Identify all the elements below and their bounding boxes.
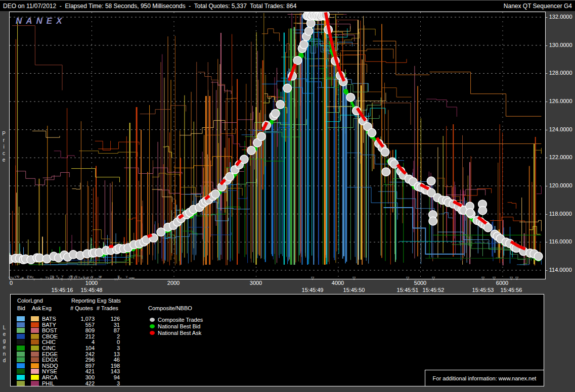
- axis-trade-scribble-icon: ∨: [31, 275, 34, 279]
- exchange-code: CHIC: [42, 339, 56, 345]
- exchange-quotes: 421: [70, 368, 95, 374]
- axis-trade-scribble-icon: ∨: [86, 276, 89, 280]
- bid-color-swatch: [17, 322, 25, 327]
- exchange-quotes: 809: [70, 327, 95, 333]
- time-label: 15:45:50: [343, 287, 365, 293]
- axis-trade-scribble-icon: ∨: [14, 275, 17, 279]
- exchange-trades: 198: [97, 363, 120, 369]
- exg-column-header: Exg: [42, 305, 52, 311]
- axis-trade-marker-icon: ▽: [493, 276, 496, 280]
- exchange-code: ARCA: [42, 374, 58, 380]
- bid-color-swatch: [17, 339, 25, 345]
- ask-color-swatch: [31, 357, 39, 362]
- nbbo-item-label: National Best Bid: [158, 323, 200, 329]
- x-tick-label: 0: [10, 280, 13, 286]
- axis-trade-scribble-icon: ∨: [60, 277, 63, 281]
- axis-trade-scribble-icon: ∨: [22, 276, 24, 280]
- axis-trade-scribble-icon: ∨: [99, 275, 102, 279]
- exchange-trades: 2: [97, 333, 120, 339]
- axis-trade-marker-icon: ▽: [311, 276, 314, 280]
- exchange-code: CINC: [42, 345, 56, 351]
- axis-trade-marker-icon: ▽: [432, 276, 435, 280]
- axis-trade-marker-icon: ▽: [515, 276, 518, 280]
- exchange-quotes: 422: [70, 380, 95, 386]
- axis-trade-marker-icon: ▽: [352, 276, 356, 280]
- exchange-trades: 87: [97, 327, 120, 333]
- ask-color-swatch: [31, 334, 39, 339]
- ask-color-swatch: [31, 328, 39, 333]
- ask-color-swatch: [31, 375, 39, 380]
- y-tick-label: - 124.0000: [546, 126, 572, 132]
- axis-trade-scribble-icon: ∨: [83, 276, 85, 280]
- axis-trade-scribble-icon: ∨: [70, 274, 73, 278]
- axis-trade-scribble-icon: ∨: [131, 276, 134, 280]
- axis-trade-scribble-icon: ∨: [50, 277, 52, 281]
- app-window: DEO on 11/07/2012 - Elapsed Time: 58 Sec…: [0, 0, 575, 392]
- exchange-quotes: 897: [70, 363, 95, 369]
- exchange-trades: 13: [97, 351, 120, 357]
- exchange-code: BOST: [42, 327, 57, 333]
- exchange-code: CBOE: [42, 333, 58, 339]
- exchange-quotes: 212: [70, 333, 95, 339]
- ask-color-swatch: [31, 369, 39, 374]
- reporting-stats-header: Reporting Exg Stats: [71, 298, 121, 304]
- bid-color-swatch: [17, 381, 25, 386]
- y-tick-label: - 118.0000: [546, 211, 572, 217]
- legend-panel: ColorLgnd Bid Ask Exg Reporting Exg Stat…: [10, 294, 544, 386]
- title-text: DEO on 11/07/2012 - Elapsed Time: 58 Sec…: [0, 3, 299, 10]
- bid-color-swatch: [17, 328, 25, 333]
- axis-trade-scribble-icon: ∨: [91, 275, 94, 279]
- plot-area[interactable]: NANEX: [9, 12, 546, 279]
- x-tick-label: 2000: [167, 280, 180, 286]
- exchange-trades: 3: [97, 345, 120, 351]
- exchange-quotes: 104: [70, 345, 95, 351]
- exchange-trades: 143: [97, 368, 120, 374]
- bid-color-swatch: [17, 363, 25, 368]
- x-tick-label: 3000: [250, 280, 262, 286]
- exchange-trades: 94: [97, 374, 120, 380]
- bid-color-swatch: [17, 334, 25, 339]
- time-label: 15:45:52: [423, 287, 445, 293]
- y-tick-label: - 116.0000: [546, 238, 572, 244]
- ask-color-swatch: [31, 339, 39, 345]
- bid-column-header: Bid: [17, 305, 25, 311]
- bid-color-swatch: [17, 352, 25, 357]
- ask-color-swatch: [31, 363, 39, 368]
- axis-trade-scribble-icon: ∨: [45, 275, 48, 279]
- x-tick-label: 6000: [496, 280, 508, 286]
- axis-trade-scribble-icon: ∨: [125, 275, 128, 279]
- axis-trade-marker-icon: ▽: [510, 276, 513, 280]
- ask-color-swatch: [31, 322, 39, 327]
- ask-column-header: Ask: [32, 305, 41, 311]
- axis-trade-marker-icon: ▽: [406, 276, 409, 280]
- exchange-code: PHIL: [42, 380, 54, 386]
- price-chart[interactable]: [10, 12, 545, 279]
- y-tick-label: - 128.0000: [546, 70, 572, 76]
- title-bar: DEO on 11/07/2012 - Elapsed Time: 58 Sec…: [0, 1, 575, 11]
- exchange-trades: 126: [97, 316, 120, 322]
- quotes-column-header: # Quotes: [70, 305, 93, 311]
- axis-trade-scribble-icon: ∨: [119, 276, 122, 280]
- nbbo-item-label: Composite Trades: [158, 317, 203, 323]
- nbbo-header: Composite/NBBO: [148, 305, 192, 311]
- exchange-trades: 3: [97, 380, 120, 386]
- exchange-code: NSDQ: [42, 363, 58, 369]
- ask-color-swatch: [31, 352, 39, 357]
- time-label: 15:45:56: [501, 287, 522, 293]
- exchange-code: EDGX: [42, 357, 58, 363]
- nbbo-dot-icon: [150, 318, 155, 322]
- exchange-code: BATS: [42, 316, 56, 322]
- bid-color-swatch: [17, 316, 25, 321]
- trades-column-header: # Trades: [97, 305, 118, 311]
- axis-trade-scribble-icon: ∨: [12, 276, 14, 280]
- exchange-quotes: 296: [70, 357, 95, 363]
- time-label: 15:45:49: [302, 287, 324, 293]
- exchange-trades: 0: [97, 339, 120, 345]
- y-tick-label: - 114.0000: [546, 267, 572, 273]
- exchange-code: BATY: [42, 322, 56, 328]
- bid-color-swatch: [17, 346, 25, 351]
- y-tick-label: - 120.0000: [546, 182, 572, 188]
- x-tick-label: 4000: [332, 280, 344, 286]
- ask-color-swatch: [31, 346, 39, 351]
- ask-color-swatch: [31, 316, 39, 321]
